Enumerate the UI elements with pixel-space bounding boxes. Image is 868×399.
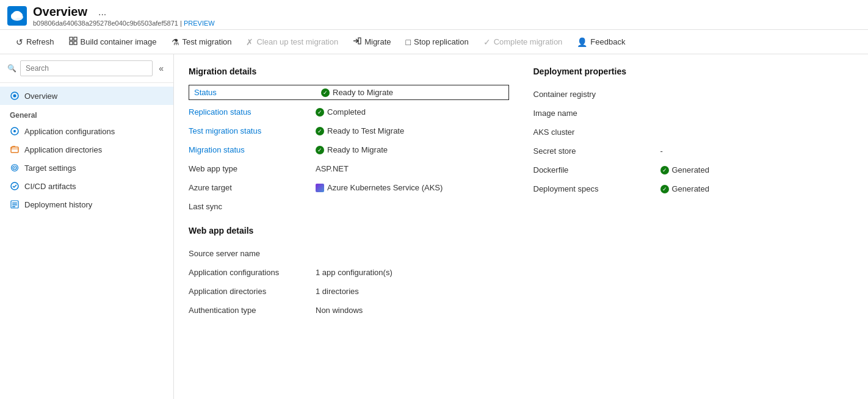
app-configurations-value: 1 app configuration(s): [316, 268, 392, 277]
secret-store-value: -: [660, 146, 663, 156]
aks-icon: [316, 184, 324, 192]
replication-status-row: Replication status ✓ Completed: [189, 102, 509, 121]
authentication-type-value: Non windows: [316, 306, 363, 315]
container-registry-row: Container registry: [533, 85, 854, 104]
build-container-label: Build container image: [81, 37, 157, 46]
aks-cluster-row: AKS cluster: [533, 123, 854, 142]
app-subtitle: b09806da640638a295278e040c9b6503afef5871…: [33, 20, 215, 27]
image-name-row: Image name: [533, 104, 854, 123]
web-app-details-title: Web app details: [189, 226, 509, 235]
svg-point-17: [14, 167, 15, 168]
azure-target-value: Azure Kubernetes Service (AKS): [316, 183, 443, 192]
svg-rect-9: [358, 38, 361, 44]
refresh-icon: ↺: [16, 37, 23, 47]
sidebar-item-application-configurations[interactable]: Application configurations: [0, 122, 173, 140]
complete-migration-button[interactable]: ✓ Complete migration: [477, 34, 569, 50]
toolbar: ↺ Refresh Build container image ⚗ Test m…: [0, 30, 868, 54]
deployment-specs-row: Deployment specs ✓ Generated: [533, 179, 854, 198]
svg-rect-8: [74, 41, 77, 45]
build-container-image-button[interactable]: Build container image: [63, 34, 163, 50]
sidebar-item-application-directories[interactable]: Application directories: [0, 140, 173, 159]
status-value: ✓ Ready to Migrate: [321, 88, 393, 97]
test-migration-status-value: ✓ Ready to Test Migrate: [316, 126, 404, 135]
sidebar-item-target-settings[interactable]: Target settings: [0, 159, 173, 177]
app-dir-label: Application directories: [24, 145, 102, 154]
ellipsis-button[interactable]: ...: [96, 7, 109, 18]
source-server-name-label: Source server name: [189, 249, 311, 258]
search-input[interactable]: [20, 60, 153, 76]
migration-status-check-icon: ✓: [316, 146, 324, 154]
dockerfile-row: Dockerfile ✓ Generated: [533, 160, 854, 179]
migrate-button[interactable]: Migrate: [347, 34, 397, 50]
target-settings-icon: [10, 163, 20, 173]
last-sync-row: Last sync: [189, 197, 509, 216]
app-dir-icon: [10, 145, 20, 154]
aks-cluster-label: AKS cluster: [533, 128, 656, 137]
deploy-history-icon: [10, 200, 20, 209]
svg-rect-14: [11, 147, 18, 153]
subtitle-id: b09806da640638a295278e040c9b6503afef5871: [33, 20, 178, 27]
dockerfile-check-icon: ✓: [660, 166, 669, 174]
app-config-label: Application configurations: [24, 127, 115, 136]
main-layout: 🔍 « Overview General Application configu…: [0, 54, 868, 399]
deployment-specs-label: Deployment specs: [533, 184, 656, 193]
deployment-properties-section: Deployment properties Container registry…: [533, 66, 854, 320]
replication-status-value: ✓ Completed: [316, 107, 366, 117]
replication-check-icon: ✓: [316, 108, 324, 117]
sidebar-item-deployment-history[interactable]: Deployment history: [0, 195, 173, 214]
web-app-type-row: Web app type ASP.NET: [189, 159, 509, 178]
deployment-specs-check-icon: ✓: [660, 185, 669, 193]
deployment-properties-title: Deployment properties: [533, 66, 854, 76]
feedback-label: Feedback: [590, 37, 625, 46]
authentication-type-row: Authentication type Non windows: [189, 301, 509, 320]
azure-target-label: Azure target: [189, 183, 311, 192]
authentication-type-label: Authentication type: [189, 306, 311, 315]
clean-up-test-migration-button[interactable]: ✗ Clean up test migration: [240, 34, 344, 50]
overview-icon: [10, 91, 20, 101]
subtitle-separator: |: [180, 20, 182, 27]
app-icon: [7, 6, 27, 26]
app-directories-row: Application directories 1 directories: [189, 282, 509, 301]
web-app-type-value: ASP.NET: [316, 164, 349, 173]
complete-migration-label: Complete migration: [494, 37, 563, 46]
migration-details-section: Migration details Status ✓ Ready to Migr…: [189, 66, 509, 320]
migration-status-value: ✓ Ready to Migrate: [316, 145, 388, 154]
refresh-button[interactable]: ↺ Refresh: [10, 34, 60, 50]
clean-up-label: Clean up test migration: [256, 37, 338, 46]
web-app-type-label: Web app type: [189, 164, 311, 173]
svg-rect-6: [74, 37, 77, 40]
app-directories-label: Application directories: [189, 287, 311, 296]
test-migration-check-icon: ✓: [316, 127, 324, 135]
migration-status-row: Migration status ✓ Ready to Migrate: [189, 140, 509, 159]
target-settings-label: Target settings: [24, 164, 76, 173]
status-check-icon: ✓: [321, 88, 330, 97]
migrate-icon: [353, 37, 361, 47]
test-migration-status-row: Test migration status ✓ Ready to Test Mi…: [189, 121, 509, 140]
feedback-button[interactable]: 👤 Feedback: [571, 34, 631, 50]
sidebar-collapse-button[interactable]: «: [156, 62, 166, 74]
app-directories-value: 1 directories: [316, 287, 359, 296]
clean-up-icon: ✗: [246, 37, 253, 47]
test-migration-status-label: Test migration status: [189, 126, 311, 135]
search-icon: 🔍: [7, 64, 16, 73]
dockerfile-label: Dockerfile: [533, 165, 656, 174]
dockerfile-value: ✓ Generated: [660, 165, 709, 174]
migration-status-label: Migration status: [189, 145, 311, 154]
sidebar-nav: Overview General Application configurati…: [0, 83, 173, 217]
app-configurations-row: Application configurations 1 app configu…: [189, 263, 509, 282]
test-migration-button[interactable]: ⚗ Test migration: [165, 34, 238, 50]
app-configurations-label: Application configurations: [189, 268, 311, 277]
source-server-name-row: Source server name: [189, 244, 509, 263]
title-info: Overview ... b09806da640638a295278e040c9…: [33, 5, 215, 27]
svg-rect-20: [12, 203, 17, 204]
stop-replication-button[interactable]: □ Stop replication: [400, 34, 475, 50]
sidebar-general-section: General: [0, 105, 173, 122]
preview-link[interactable]: PREVIEW: [184, 20, 215, 27]
sidebar-item-overview[interactable]: Overview: [0, 87, 173, 105]
sidebar-item-cicd-artifacts[interactable]: CI/CD artifacts: [0, 177, 173, 195]
sidebar-search-container: 🔍 «: [0, 54, 173, 83]
secret-store-label: Secret store: [533, 146, 656, 156]
svg-rect-21: [12, 204, 17, 206]
secret-store-row: Secret store -: [533, 142, 854, 160]
status-row-highlighted: Status ✓ Ready to Migrate: [189, 85, 509, 100]
